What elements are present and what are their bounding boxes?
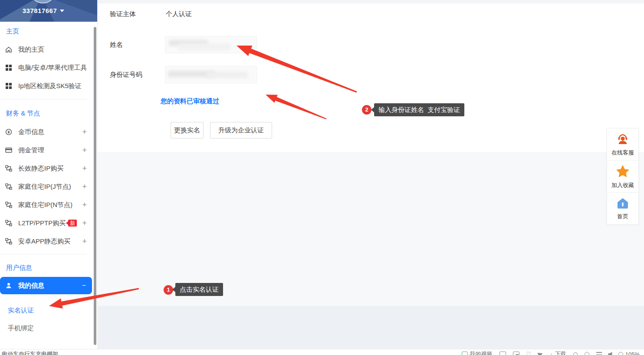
sidebar-item-label: 安卓APP静态购买	[18, 237, 70, 246]
sidebar-item-l2tp-pptp[interactable]: L2TP/PPTP购买 新 +	[5, 218, 87, 228]
bell-icon[interactable]	[573, 352, 578, 355]
online-service-label: 在线客服	[611, 149, 634, 157]
user-id[interactable]: 337817667	[0, 7, 87, 14]
sidebar-subitem-realname-auth[interactable]: 实名认证	[8, 306, 34, 315]
sidebar-subitem-phone-binding[interactable]: 手机绑定	[8, 324, 34, 332]
volume-icon[interactable]	[608, 352, 612, 355]
callout-2-tooltip: 输入身份证姓名 支付宝验证	[374, 103, 464, 116]
expand-plus-icon[interactable]: +	[82, 201, 87, 210]
redacted-id-value	[207, 72, 248, 78]
divider	[0, 254, 87, 254]
sidebar-item-home-ip-j[interactable]: 家庭住宅IP(J节点) +	[5, 182, 87, 191]
user-icon	[5, 282, 12, 289]
section-label-user-info: 用户信息	[6, 264, 32, 272]
picture-in-picture-icon[interactable]	[513, 352, 519, 355]
grid-icon	[5, 64, 12, 71]
add-favorite-button[interactable]: 加入收藏	[607, 160, 638, 192]
sidebar: 337817667 主页 我的主页 电脑/安卓/苹果代理工具 Ip地区检测及SK…	[0, 0, 98, 349]
share-icon[interactable]	[538, 352, 544, 355]
sidebar-item-proxy-tools[interactable]: 电脑/安卓/苹果代理工具	[5, 63, 87, 72]
my-videos-label: 我的视频	[470, 350, 493, 355]
chevron-down-icon	[60, 10, 64, 12]
sidebar-item-label: 电脑/安卓/苹果代理工具	[18, 64, 87, 72]
sidebar-item-static-ip[interactable]: 长效静态IP购买 +	[5, 164, 87, 173]
cast-icon[interactable]	[499, 352, 506, 355]
grid-icon	[5, 82, 12, 89]
sidebar-item-home-ip-n[interactable]: 家庭住宅IP(N节点) +	[5, 200, 87, 210]
download-label: 下载	[555, 350, 566, 355]
network-icon	[5, 183, 12, 190]
callout-2-number: 2	[362, 105, 371, 115]
playlist-icon[interactable]	[596, 352, 602, 355]
status-bar-text: 电动车自行车充电棚架	[2, 350, 58, 355]
homepage-label: 首页	[617, 213, 628, 220]
section-label-finance-nodes: 财务 & 节点	[6, 109, 40, 118]
star-icon	[615, 164, 630, 180]
sidebar-item-label: 金币信息	[18, 128, 44, 136]
expand-plus-icon[interactable]: +	[82, 164, 87, 173]
sidebar-item-label: 佣金管理	[18, 146, 44, 154]
sidebar-item-commission[interactable]: 佣金管理 +	[5, 145, 87, 155]
sidebar-item-my-info-active[interactable]: 我的信息 −	[0, 277, 92, 294]
redacted-name-value	[178, 43, 230, 50]
expand-plus-icon[interactable]: +	[82, 128, 87, 137]
page: 337817667 主页 我的主页 电脑/安卓/苹果代理工具 Ip地区检测及SK…	[0, 0, 644, 355]
record-icon[interactable]	[585, 352, 589, 355]
avatar[interactable]	[30, 0, 56, 3]
sidebar-item-my-homepage[interactable]: 我的主页	[5, 45, 87, 54]
sidebar-item-label: 长效静态IP购买	[18, 164, 63, 173]
new-badge: 新	[68, 220, 77, 227]
audit-passed-status: 您的资料已审核通过	[161, 97, 219, 105]
expand-plus-icon[interactable]: +	[82, 237, 87, 246]
content-footer-background	[97, 306, 644, 349]
browser-bottom-bar: 电动车自行车充电棚架 我的视频 ♡ ↓ 下载 105%	[0, 349, 644, 355]
homepage-button[interactable]: 首页	[607, 192, 638, 224]
name-label: 姓名	[110, 41, 123, 49]
network-icon	[5, 220, 12, 227]
heart-icon[interactable]: ♡	[526, 352, 532, 355]
sidebar-item-label: 我的主页	[18, 46, 44, 54]
sidebar-item-android-app-static[interactable]: 安卓APP静态购买 +	[5, 237, 87, 246]
sidebar-item-label: L2TP/PPTP购买	[18, 219, 66, 227]
divider	[0, 99, 87, 99]
sidebar-user-header[interactable]: 337817667	[0, 0, 97, 22]
download-arrow-icon: ↓	[550, 351, 553, 355]
content-top-strip	[97, 0, 644, 3]
collapse-minus-icon[interactable]: −	[82, 282, 86, 289]
card-icon	[5, 147, 12, 154]
sidebar-item-label: 家庭住宅IP(J节点)	[18, 183, 71, 191]
network-icon	[5, 201, 12, 208]
sidebar-item-ip-check-sk5[interactable]: Ip地区检测及SK5验证	[5, 81, 87, 91]
add-favorite-label: 加入收藏	[611, 181, 634, 189]
zoom-icon	[618, 352, 623, 355]
sidebar-item-coin-info[interactable]: 金币信息 +	[5, 127, 87, 137]
online-service-button[interactable]: 在线客服	[607, 128, 638, 160]
network-icon	[5, 238, 12, 245]
name-input[interactable]	[165, 36, 257, 53]
network-icon	[5, 165, 12, 172]
my-videos-button[interactable]: 我的视频	[462, 350, 493, 355]
callout-1-tooltip: 点击实名认证	[175, 283, 223, 296]
zoom-control[interactable]: 105%	[618, 351, 640, 355]
home-icon	[616, 197, 629, 211]
expand-plus-icon[interactable]: +	[82, 182, 87, 191]
verify-subject-label: 验证主体	[110, 10, 136, 18]
sidebar-item-label: 家庭住宅IP(N节点)	[18, 201, 72, 209]
coin-icon	[5, 128, 12, 135]
id-number-label: 身份证号码	[110, 71, 142, 79]
verify-subject-value: 个人认证	[166, 10, 192, 18]
expand-plus-icon[interactable]: +	[82, 146, 87, 155]
video-plugin-icon	[462, 352, 468, 355]
sidebar-item-label: Ip地区检测及SK5验证	[18, 82, 82, 90]
video-toolbar: 我的视频 ♡ ↓ 下载 105%	[462, 350, 640, 355]
expand-plus-icon[interactable]: +	[82, 219, 87, 228]
sidebar-scrollbar[interactable]	[94, 27, 96, 345]
change-realname-button[interactable]: 更换实名	[171, 122, 204, 138]
user-id-label: 337817667	[23, 7, 57, 14]
upgrade-enterprise-button[interactable]: 升级为企业认证	[210, 122, 272, 138]
download-button[interactable]: ↓ 下载	[550, 350, 566, 355]
callout-1-number: 1	[164, 285, 173, 295]
sidebar-item-label: 我的信息	[18, 282, 44, 290]
id-number-input[interactable]	[165, 66, 257, 83]
zoom-level: 105%	[625, 351, 640, 355]
